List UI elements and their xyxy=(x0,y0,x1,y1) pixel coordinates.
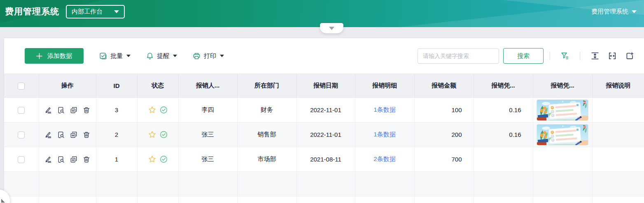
cell-department: 销售部 xyxy=(237,122,296,147)
chevron-down-icon xyxy=(329,27,334,30)
row-actions xyxy=(39,131,96,138)
chevron-down-icon xyxy=(632,10,637,13)
row-checkbox[interactable] xyxy=(18,156,25,163)
view-icon[interactable] xyxy=(57,106,65,114)
workspace-selector-label: 内部工作台 xyxy=(72,8,103,16)
cell-id: 3 xyxy=(96,98,137,122)
view-icon[interactable] xyxy=(57,156,65,163)
delete-icon[interactable] xyxy=(83,106,90,114)
column-header-amount: 报销金额 xyxy=(414,74,474,98)
column-header-date: 报销日期 xyxy=(296,74,355,98)
chevron-down-icon xyxy=(114,10,119,13)
cell-status xyxy=(138,106,178,114)
detail-link[interactable]: 1条数据 xyxy=(373,131,395,138)
chevron-down-icon xyxy=(126,55,131,57)
cell-person: 李四 xyxy=(178,98,237,122)
cell-department: 财务 xyxy=(237,98,296,122)
cell-voucher-value: 0.16 xyxy=(474,122,533,147)
edit-icon[interactable] xyxy=(44,131,52,138)
add-data-button[interactable]: 添加数据 xyxy=(25,48,84,64)
column-header-department: 所在部门 xyxy=(237,74,296,98)
account-menu[interactable]: 费用管理系统 xyxy=(591,8,637,16)
star-icon[interactable] xyxy=(148,131,156,138)
edit-icon[interactable] xyxy=(44,106,52,114)
column-width-icon xyxy=(608,52,616,60)
cell-person: 张三 xyxy=(178,147,237,172)
copy-icon[interactable] xyxy=(70,106,77,114)
cell-note xyxy=(592,98,644,122)
copy-icon[interactable] xyxy=(70,131,77,138)
delete-icon[interactable] xyxy=(83,131,90,138)
row-actions xyxy=(39,106,96,114)
view-icon[interactable] xyxy=(57,131,65,138)
cell-note xyxy=(592,147,644,172)
filter-icon xyxy=(561,52,569,60)
checklist-illustration xyxy=(537,100,588,121)
column-header-voucher-value: 报销凭... xyxy=(474,74,533,98)
toolbar-right-group: 搜索 xyxy=(418,48,638,64)
divider xyxy=(550,52,550,60)
select-all-header xyxy=(4,74,39,98)
cell-date: 2022-11-01 xyxy=(296,122,355,147)
divider xyxy=(580,52,580,60)
detail-link[interactable]: 2条数据 xyxy=(373,155,395,162)
remind-menu-button[interactable]: 提醒 xyxy=(146,52,177,60)
batch-menu-button[interactable]: 批量 xyxy=(99,52,131,60)
chevron-down-icon xyxy=(173,55,177,57)
batch-label: 批量 xyxy=(110,52,123,60)
copy-icon[interactable] xyxy=(70,156,77,163)
cell-amount: 200 xyxy=(414,122,474,147)
check-circle-icon xyxy=(160,131,168,138)
export-plus-icon xyxy=(625,52,634,60)
checkbox-check-icon xyxy=(99,52,107,60)
cell-status xyxy=(138,131,178,138)
grid-toolbar: 添加数据 批量 提醒 打印 xyxy=(4,38,644,74)
search-input[interactable] xyxy=(418,48,499,64)
chevron-down-icon xyxy=(220,55,224,57)
floating-helper-icon xyxy=(1,199,5,203)
filter-button[interactable] xyxy=(559,50,571,62)
table-row: 2 张三 销售部 2022-11-01 1条数据 200 0.16 xyxy=(4,122,644,147)
search-button[interactable]: 搜索 xyxy=(503,48,544,64)
check-circle-icon xyxy=(160,155,168,163)
checklist-illustration xyxy=(537,125,588,145)
voucher-image[interactable] xyxy=(537,99,588,121)
empty-row xyxy=(4,172,644,196)
delete-icon[interactable] xyxy=(83,156,90,163)
cell-voucher-value: 0.16 xyxy=(474,98,533,122)
cell-status xyxy=(138,155,178,163)
voucher-image[interactable] xyxy=(537,124,588,145)
column-width-button[interactable] xyxy=(607,50,618,62)
collapse-handle[interactable] xyxy=(320,23,343,33)
column-header-detail: 报销明细 xyxy=(355,74,414,98)
empty-row xyxy=(4,196,644,203)
plus-icon xyxy=(36,53,42,59)
column-header-status: 状态 xyxy=(137,74,178,98)
print-menu-button[interactable]: 打印 xyxy=(193,52,224,60)
row-height-button[interactable] xyxy=(589,50,601,62)
header-row: 操作 ID 状态 报销人... 所在部门 报销日期 报销明细 报销金额 报销凭.… xyxy=(4,74,644,98)
column-header-voucher-image: 报销凭... xyxy=(533,74,592,98)
workspace-selector[interactable]: 内部工作台 xyxy=(66,5,125,18)
app-title: 费用管理系统 xyxy=(5,6,59,17)
cell-id: 1 xyxy=(96,147,137,172)
bell-icon xyxy=(146,52,154,60)
select-all-checkbox[interactable] xyxy=(18,83,25,90)
remind-label: 提醒 xyxy=(157,52,169,60)
star-icon[interactable] xyxy=(148,155,156,163)
account-menu-label: 费用管理系统 xyxy=(591,8,628,16)
cell-date: 2021-08-11 xyxy=(296,147,355,172)
cell-id: 2 xyxy=(96,122,137,147)
row-checkbox[interactable] xyxy=(18,131,25,138)
add-data-label: 添加数据 xyxy=(47,52,72,60)
column-header-person: 报销人... xyxy=(178,74,237,98)
detail-link[interactable]: 1条数据 xyxy=(373,106,395,113)
edit-icon[interactable] xyxy=(44,156,52,163)
column-header-id: ID xyxy=(96,74,137,98)
cell-note xyxy=(592,122,644,147)
export-button[interactable] xyxy=(624,50,635,62)
print-label: 打印 xyxy=(204,52,216,60)
star-icon[interactable] xyxy=(148,106,156,114)
row-checkbox[interactable] xyxy=(18,107,25,114)
table-row: 1 张三 市场部 2021-08-11 2条数据 700 xyxy=(4,147,644,172)
